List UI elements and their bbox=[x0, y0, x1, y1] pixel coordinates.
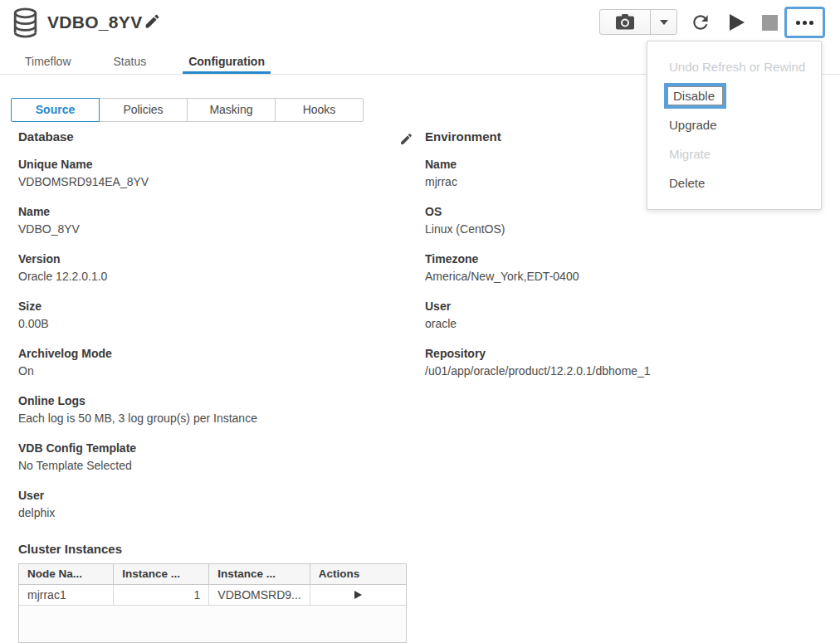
field-db-user: User delphix bbox=[18, 489, 400, 519]
menu-item-disable[interactable]: Disable bbox=[647, 81, 821, 110]
database-heading: Database bbox=[18, 130, 400, 144]
refresh-button[interactable] bbox=[690, 12, 711, 33]
field-env-user: User oracle bbox=[425, 300, 832, 330]
vdb-configuration-page: VDBO_8YV bbox=[0, 0, 840, 643]
snapshot-options-button[interactable] bbox=[650, 10, 676, 34]
edit-database-icon[interactable] bbox=[399, 132, 413, 146]
field-name: Name VDBO_8YV bbox=[18, 205, 400, 236]
field-size: Size 0.00B bbox=[18, 300, 400, 330]
snapshot-button-group bbox=[599, 9, 677, 35]
edit-title-icon[interactable] bbox=[144, 12, 161, 30]
camera-icon bbox=[615, 14, 635, 30]
menu-item-upgrade[interactable]: Upgrade bbox=[647, 110, 821, 139]
start-instance-icon[interactable] bbox=[354, 591, 362, 599]
page-title: VDBO_8YV bbox=[47, 12, 142, 32]
subtab-hooks[interactable]: Hooks bbox=[275, 98, 364, 122]
menu-item-undo-refresh-or-rewind: Undo Refresh or Rewind bbox=[647, 52, 821, 81]
menu-item-disable-focus-box[interactable]: Disable bbox=[664, 83, 726, 109]
column-instance-name: Instance ... bbox=[209, 564, 310, 584]
stop-button[interactable] bbox=[762, 15, 778, 31]
cell-instance-name: VDBOMSRD9... bbox=[209, 584, 310, 605]
field-vdb-config-template: VDB Config Template No Template Selected bbox=[18, 441, 400, 472]
ellipsis-icon bbox=[796, 21, 800, 25]
tab-timeflow[interactable]: Timeflow bbox=[25, 55, 71, 75]
field-archivelog-mode: Archivelog Mode On bbox=[18, 347, 400, 378]
table-header-row: Node Na... Instance ... Instance ... Act… bbox=[19, 564, 406, 584]
tab-configuration[interactable]: Configuration bbox=[188, 55, 265, 75]
column-actions: Actions bbox=[310, 564, 406, 584]
field-timezone: Timezone America/New_York,EDT-0400 bbox=[425, 252, 832, 283]
subtab-masking[interactable]: Masking bbox=[187, 98, 276, 122]
column-instance-number: Instance ... bbox=[114, 564, 209, 584]
menu-item-delete[interactable]: Delete bbox=[647, 168, 821, 197]
table-row: mjrrac1 1 VDBOMSRD9... bbox=[19, 584, 406, 605]
cell-node-name: mjrrac1 bbox=[19, 584, 114, 605]
field-online-logs: Online Logs Each log is 50 MB, 3 log gro… bbox=[18, 394, 400, 425]
cluster-instances-table: Node Na... Instance ... Instance ... Act… bbox=[18, 563, 407, 643]
field-version: Version Oracle 12.2.0.1.0 bbox=[18, 252, 400, 283]
snapshot-button[interactable] bbox=[600, 10, 650, 34]
more-actions-button[interactable] bbox=[784, 7, 825, 38]
cluster-instances-section: Cluster Instances Node Na... Instance ..… bbox=[18, 543, 407, 643]
menu-item-migrate: Migrate bbox=[647, 139, 821, 168]
tab-status[interactable]: Status bbox=[114, 55, 147, 75]
column-node-name: Node Na... bbox=[19, 564, 114, 584]
cell-instance-number: 1 bbox=[114, 584, 209, 605]
subtab-policies[interactable]: Policies bbox=[99, 98, 188, 122]
actions-dropdown-menu: Undo Refresh or Rewind Disable Upgrade M… bbox=[647, 41, 822, 210]
tab-bar: Timeflow Status Configuration bbox=[25, 55, 307, 75]
cell-actions bbox=[310, 584, 406, 605]
field-repository: Repository /u01/app/oracle/product/12.2.… bbox=[425, 347, 832, 378]
start-button[interactable] bbox=[730, 14, 745, 31]
field-unique-name: Unique Name VDBOMSRD914EA_8YV bbox=[18, 158, 400, 188]
subtab-source[interactable]: Source bbox=[11, 98, 100, 122]
database-icon bbox=[12, 7, 39, 38]
refresh-icon bbox=[690, 12, 711, 33]
database-section: Database Unique Name VDBOMSRD914EA_8YV N… bbox=[18, 130, 400, 519]
caret-down-icon bbox=[660, 20, 668, 25]
cluster-instances-heading: Cluster Instances bbox=[18, 543, 407, 556]
configuration-subtabs: Source Policies Masking Hooks bbox=[11, 98, 364, 122]
